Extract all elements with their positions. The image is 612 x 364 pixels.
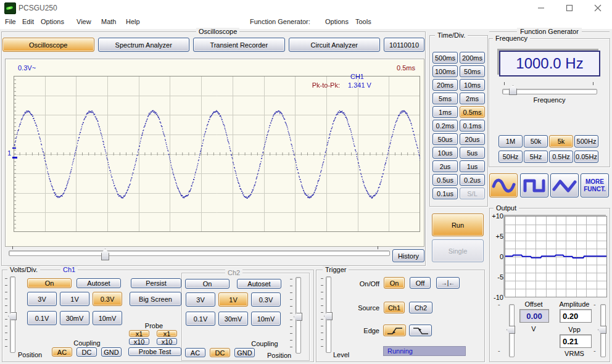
probe-x10-2[interactable]: x10 <box>129 338 149 345</box>
menu-fg-options[interactable]: Options <box>325 18 349 25</box>
close-button[interactable] <box>584 0 612 15</box>
menu-edit[interactable]: Edit <box>22 18 34 25</box>
trigger-force-button[interactable]: →|← <box>436 277 460 289</box>
timediv-0.1us[interactable]: 0.1us <box>432 188 458 199</box>
timediv-1ms[interactable]: 1ms <box>432 106 458 118</box>
ch1-autoset-button[interactable]: Autoset <box>76 278 121 288</box>
square-wave-button[interactable] <box>520 173 548 197</box>
menu-options[interactable]: Options <box>41 18 64 25</box>
ch1-volts-3v[interactable]: 3V <box>27 292 57 306</box>
ch2-autoset-button[interactable]: Autoset <box>237 279 281 289</box>
timediv-200ms[interactable]: 200ms <box>460 52 485 64</box>
ch1-coupling-ac[interactable]: AC <box>52 347 72 357</box>
ch1-volts-10mv[interactable]: 10mV <box>93 311 122 325</box>
freq-range-5k[interactable]: 5k <box>549 135 573 147</box>
timediv-2us[interactable]: 2us <box>432 160 458 172</box>
ch2-volts-0.1v[interactable]: 0.1V <box>186 312 215 326</box>
ch2-volts-1v[interactable]: 1V <box>218 292 248 307</box>
ch2-coupling-dc[interactable]: DC <box>210 348 230 357</box>
timediv-group: Time/Div. 500ms200ms100ms50ms20ms10ms5ms… <box>429 35 488 207</box>
ch1-coupling-label: Coupling <box>70 339 104 347</box>
trigger-source-ch1-button[interactable]: Ch1 <box>384 302 405 313</box>
ch2-volts-0.3v[interactable]: 0.3V <box>251 292 281 307</box>
menu-file[interactable]: File <box>5 18 16 25</box>
menu-math[interactable]: Math <box>101 18 116 25</box>
minimize-button[interactable] <box>527 0 555 15</box>
ch2-volts-30mv[interactable]: 30mV <box>218 312 248 326</box>
tab-10110010[interactable]: 10110010 <box>384 38 424 52</box>
timediv-50us[interactable]: 50us <box>432 133 458 145</box>
ch1-volts-0.3v[interactable]: 0.3V <box>93 292 122 306</box>
timediv-0.5us[interactable]: 0.5us <box>432 174 458 186</box>
freq-range-500hz[interactable]: 500Hz <box>574 135 598 147</box>
trigger-source-ch2-button[interactable]: Ch2 <box>409 302 432 313</box>
scope-grid-canvas <box>14 76 420 232</box>
timediv-100ms[interactable]: 100ms <box>432 65 458 77</box>
timediv-sl[interactable]: S/L <box>460 188 485 199</box>
scope-ch1-label: CH1 <box>333 73 382 80</box>
ch1-coupling-dc[interactable]: DC <box>76 347 97 357</box>
ch2-coupling-gnd[interactable]: GND <box>234 348 255 357</box>
single-button[interactable]: Single <box>432 239 484 262</box>
big-screen-button[interactable]: Big Screen <box>130 292 181 306</box>
timediv-20ms[interactable]: 20ms <box>432 79 458 91</box>
timediv-50ms[interactable]: 50ms <box>460 65 485 77</box>
freq-range-1m[interactable]: 1M <box>498 135 523 147</box>
freq-range-50hz[interactable]: 50Hz <box>498 151 523 163</box>
maximize-button[interactable] <box>555 0 584 15</box>
timediv-5ms[interactable]: 5ms <box>432 93 458 104</box>
timediv-0.2ms[interactable]: 0.2ms <box>432 120 458 131</box>
probe-x1-1[interactable]: x1 <box>157 330 177 337</box>
more-functions-button[interactable]: MOREFUNCT. <box>581 173 609 197</box>
timediv-0.5ms[interactable]: 0.5ms <box>460 106 485 118</box>
timediv-20us[interactable]: 20us <box>460 133 485 145</box>
amplitude-slider-thumb[interactable] <box>598 326 606 334</box>
tab-spectrumanalyzer[interactable]: Spectrum Analyzer <box>98 38 190 52</box>
timediv-0.2us[interactable]: 0.2us <box>460 174 485 186</box>
probe-x1-0[interactable]: x1 <box>129 330 149 337</box>
ch1-volts-30mv[interactable]: 30mV <box>60 311 89 325</box>
ch2-on-button[interactable]: On <box>185 279 230 289</box>
triangle-wave-button[interactable] <box>550 173 579 197</box>
trigger-edge-falling-button[interactable] <box>409 325 432 336</box>
trigger-off-button[interactable]: Off <box>410 277 431 289</box>
timediv-1us[interactable]: 1us <box>460 160 485 172</box>
ch2-volts-3v[interactable]: 3V <box>186 292 215 307</box>
tab-oscilloscope[interactable]: Oscilloscope <box>2 38 94 52</box>
freq-range-0.5hz[interactable]: 0.5Hz <box>549 151 573 163</box>
freq-range-50k[interactable]: 50k <box>524 135 548 147</box>
timediv-10ms[interactable]: 10ms <box>460 79 485 91</box>
persist-button[interactable]: Persist <box>131 278 181 288</box>
timediv-2ms[interactable]: 2ms <box>460 93 485 104</box>
timediv-5us[interactable]: 5us <box>460 147 485 159</box>
ch2-volts-10mv[interactable]: 10mV <box>251 312 281 326</box>
sine-wave-button[interactable] <box>489 173 518 197</box>
channel1-level-icon <box>12 157 17 159</box>
timediv-10us[interactable]: 10us <box>432 147 458 159</box>
ch1-on-button[interactable]: On <box>27 278 72 288</box>
trigger-on-button[interactable]: On <box>384 277 405 289</box>
probe-x10-3[interactable]: x10 <box>157 338 177 345</box>
freq-range-5hz[interactable]: 5Hz <box>524 151 548 163</box>
ch1-volts-1v[interactable]: 1V <box>60 292 89 306</box>
offset-slider-thumb[interactable] <box>507 326 515 334</box>
ch1-volts-0.1v[interactable]: 0.1V <box>27 311 57 325</box>
probe-test-button[interactable]: Probe Test <box>128 347 181 356</box>
tab-circuitanalyzer[interactable]: Circuit Analyzer <box>289 38 381 52</box>
menu-view[interactable]: View <box>76 18 91 25</box>
scope-scroll-track[interactable] <box>9 250 390 256</box>
history-button[interactable]: History <box>392 249 424 262</box>
ch2-coupling-ac[interactable]: AC <box>185 348 205 357</box>
tab-transientrecorder[interactable]: Transient Recorder <box>193 38 285 52</box>
timediv-0.1ms[interactable]: 0.1ms <box>460 120 485 131</box>
output-ytick-p5: +5 <box>490 233 503 240</box>
menu-help[interactable]: Help <box>126 18 140 25</box>
timediv-500ms[interactable]: 500ms <box>432 52 458 64</box>
channel1-marker[interactable]: 1 <box>7 149 11 157</box>
trigger-edge-rising-button[interactable] <box>383 325 406 336</box>
freq-range-0.05hz[interactable]: 0.05Hz <box>574 151 598 163</box>
run-button[interactable]: Run <box>432 213 484 236</box>
menu-fg-tools[interactable]: Tools <box>355 18 371 25</box>
frequency-slider-thumb[interactable] <box>509 85 517 95</box>
ch1-coupling-gnd[interactable]: GND <box>101 347 122 357</box>
